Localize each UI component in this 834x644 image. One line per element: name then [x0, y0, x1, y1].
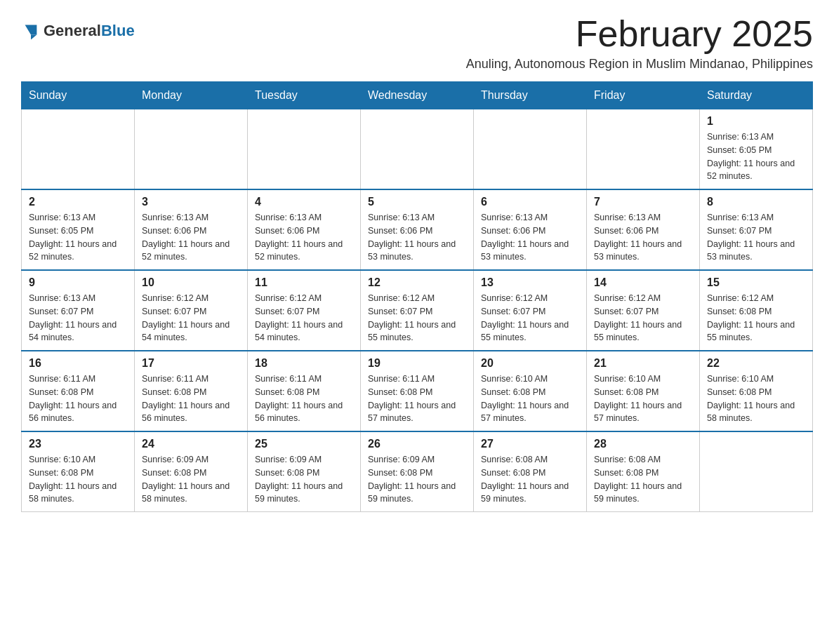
calendar-cell: 6Sunrise: 6:13 AMSunset: 6:06 PMDaylight…: [474, 189, 587, 270]
calendar-cell: 16Sunrise: 6:11 AMSunset: 6:08 PMDayligh…: [22, 351, 135, 431]
calendar-cell: 19Sunrise: 6:11 AMSunset: 6:08 PMDayligh…: [361, 351, 474, 431]
calendar-cell: 3Sunrise: 6:13 AMSunset: 6:06 PMDaylight…: [135, 189, 248, 270]
day-number: 5: [368, 196, 466, 208]
day-number: 19: [368, 357, 466, 370]
calendar-cell: [361, 109, 474, 190]
header-monday: Monday: [135, 82, 248, 109]
day-info: Sunrise: 6:13 AMSunset: 6:06 PMDaylight:…: [594, 211, 692, 264]
day-info: Sunrise: 6:12 AMSunset: 6:07 PMDaylight:…: [142, 292, 240, 344]
day-info: Sunrise: 6:11 AMSunset: 6:08 PMDaylight:…: [255, 373, 353, 425]
day-info: Sunrise: 6:13 AMSunset: 6:06 PMDaylight:…: [368, 211, 466, 264]
week-row-5: 23Sunrise: 6:10 AMSunset: 6:08 PMDayligh…: [22, 431, 813, 512]
day-number: 23: [29, 438, 127, 450]
calendar-cell: 21Sunrise: 6:10 AMSunset: 6:08 PMDayligh…: [587, 351, 700, 431]
day-info: Sunrise: 6:13 AMSunset: 6:06 PMDaylight:…: [255, 211, 353, 264]
day-number: 17: [142, 357, 240, 370]
day-number: 7: [594, 196, 692, 208]
day-info: Sunrise: 6:10 AMSunset: 6:08 PMDaylight:…: [594, 373, 692, 425]
day-number: 11: [255, 276, 353, 289]
calendar-cell: 27Sunrise: 6:08 AMSunset: 6:08 PMDayligh…: [474, 431, 587, 512]
day-info: Sunrise: 6:09 AMSunset: 6:08 PMDaylight:…: [255, 453, 353, 506]
day-info: Sunrise: 6:12 AMSunset: 6:07 PMDaylight:…: [368, 292, 466, 344]
calendar-cell: [22, 109, 135, 190]
day-info: Sunrise: 6:12 AMSunset: 6:08 PMDaylight:…: [707, 292, 805, 344]
day-number: 9: [29, 276, 127, 289]
day-number: 28: [594, 438, 692, 450]
day-info: Sunrise: 6:09 AMSunset: 6:08 PMDaylight:…: [368, 453, 466, 506]
calendar-cell: 26Sunrise: 6:09 AMSunset: 6:08 PMDayligh…: [361, 431, 474, 512]
day-number: 24: [142, 438, 240, 450]
calendar-cell: 23Sunrise: 6:10 AMSunset: 6:08 PMDayligh…: [22, 431, 135, 512]
day-number: 21: [594, 357, 692, 370]
day-number: 1: [707, 115, 805, 128]
day-info: Sunrise: 6:11 AMSunset: 6:08 PMDaylight:…: [29, 373, 127, 425]
day-info: Sunrise: 6:13 AMSunset: 6:06 PMDaylight:…: [481, 211, 579, 264]
day-number: 27: [481, 438, 579, 450]
day-info: Sunrise: 6:11 AMSunset: 6:08 PMDaylight:…: [142, 373, 240, 425]
day-info: Sunrise: 6:08 AMSunset: 6:08 PMDaylight:…: [594, 453, 692, 506]
day-number: 13: [481, 276, 579, 289]
day-number: 15: [707, 276, 805, 289]
logo-icon: [21, 21, 41, 41]
weekday-header-row: SundayMondayTuesdayWednesdayThursdayFrid…: [22, 82, 813, 109]
calendar-cell: 8Sunrise: 6:13 AMSunset: 6:07 PMDaylight…: [700, 189, 813, 270]
page-header: GeneralBlue February 2025 Anuling, Auton…: [21, 14, 813, 72]
calendar-cell: 17Sunrise: 6:11 AMSunset: 6:08 PMDayligh…: [135, 351, 248, 431]
day-number: 18: [255, 357, 353, 370]
calendar-cell: [474, 109, 587, 190]
day-info: Sunrise: 6:09 AMSunset: 6:08 PMDaylight:…: [142, 453, 240, 506]
day-info: Sunrise: 6:13 AMSunset: 6:05 PMDaylight:…: [707, 130, 805, 183]
calendar-cell: 9Sunrise: 6:13 AMSunset: 6:07 PMDaylight…: [22, 270, 135, 351]
day-info: Sunrise: 6:13 AMSunset: 6:07 PMDaylight:…: [707, 211, 805, 264]
header-thursday: Thursday: [474, 82, 587, 109]
day-number: 3: [142, 196, 240, 208]
header-wednesday: Wednesday: [361, 82, 474, 109]
day-number: 20: [481, 357, 579, 370]
week-row-4: 16Sunrise: 6:11 AMSunset: 6:08 PMDayligh…: [22, 351, 813, 431]
calendar-cell: 11Sunrise: 6:12 AMSunset: 6:07 PMDayligh…: [248, 270, 361, 351]
day-info: Sunrise: 6:08 AMSunset: 6:08 PMDaylight:…: [481, 453, 579, 506]
logo: GeneralBlue: [21, 21, 135, 41]
day-number: 16: [29, 357, 127, 370]
week-row-2: 2Sunrise: 6:13 AMSunset: 6:05 PMDaylight…: [22, 189, 813, 270]
day-number: 14: [594, 276, 692, 289]
day-info: Sunrise: 6:12 AMSunset: 6:07 PMDaylight:…: [594, 292, 692, 344]
calendar-cell: [135, 109, 248, 190]
header-saturday: Saturday: [700, 82, 813, 109]
day-number: 25: [255, 438, 353, 450]
calendar-cell: 4Sunrise: 6:13 AMSunset: 6:06 PMDaylight…: [248, 189, 361, 270]
header-tuesday: Tuesday: [248, 82, 361, 109]
calendar-cell: 10Sunrise: 6:12 AMSunset: 6:07 PMDayligh…: [135, 270, 248, 351]
day-number: 12: [368, 276, 466, 289]
day-number: 22: [707, 357, 805, 370]
logo-text-blue: Blue: [101, 22, 135, 39]
day-info: Sunrise: 6:12 AMSunset: 6:07 PMDaylight:…: [255, 292, 353, 344]
day-info: Sunrise: 6:10 AMSunset: 6:08 PMDaylight:…: [707, 373, 805, 425]
calendar-cell: 28Sunrise: 6:08 AMSunset: 6:08 PMDayligh…: [587, 431, 700, 512]
calendar-cell: 22Sunrise: 6:10 AMSunset: 6:08 PMDayligh…: [700, 351, 813, 431]
calendar: SundayMondayTuesdayWednesdayThursdayFrid…: [21, 81, 813, 512]
calendar-cell: 14Sunrise: 6:12 AMSunset: 6:07 PMDayligh…: [587, 270, 700, 351]
calendar-cell: 13Sunrise: 6:12 AMSunset: 6:07 PMDayligh…: [474, 270, 587, 351]
calendar-cell: [248, 109, 361, 190]
calendar-cell: [587, 109, 700, 190]
subtitle: Anuling, Autonomous Region in Muslim Min…: [466, 57, 813, 72]
calendar-cell: [700, 431, 813, 512]
day-info: Sunrise: 6:12 AMSunset: 6:07 PMDaylight:…: [481, 292, 579, 344]
day-number: 4: [255, 196, 353, 208]
calendar-cell: 25Sunrise: 6:09 AMSunset: 6:08 PMDayligh…: [248, 431, 361, 512]
svg-marker-1: [31, 35, 37, 40]
logo-text-general: General: [44, 22, 101, 39]
calendar-cell: 5Sunrise: 6:13 AMSunset: 6:06 PMDaylight…: [361, 189, 474, 270]
day-info: Sunrise: 6:13 AMSunset: 6:07 PMDaylight:…: [29, 292, 127, 344]
day-number: 8: [707, 196, 805, 208]
header-friday: Friday: [587, 82, 700, 109]
day-number: 6: [481, 196, 579, 208]
month-title: February 2025: [466, 14, 813, 54]
day-number: 10: [142, 276, 240, 289]
day-info: Sunrise: 6:13 AMSunset: 6:06 PMDaylight:…: [142, 211, 240, 264]
day-info: Sunrise: 6:10 AMSunset: 6:08 PMDaylight:…: [481, 373, 579, 425]
calendar-cell: 7Sunrise: 6:13 AMSunset: 6:06 PMDaylight…: [587, 189, 700, 270]
week-row-3: 9Sunrise: 6:13 AMSunset: 6:07 PMDaylight…: [22, 270, 813, 351]
header-sunday: Sunday: [22, 82, 135, 109]
